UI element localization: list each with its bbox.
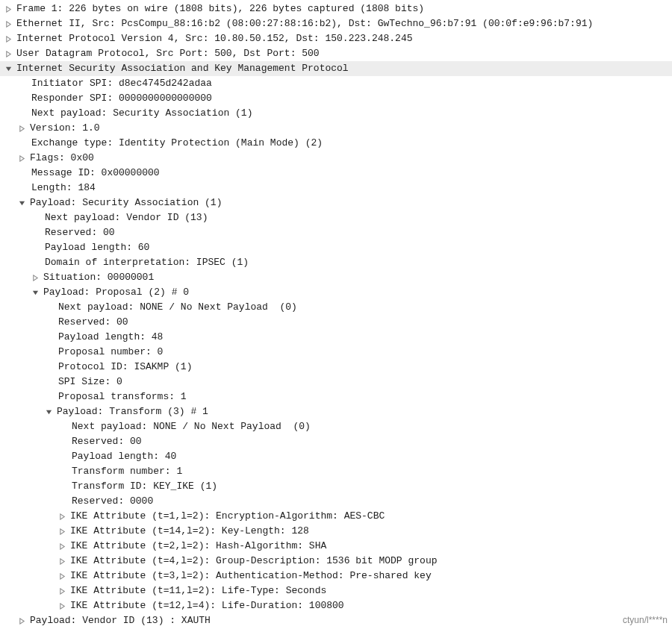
tree-row[interactable]: Flags: 0x00 <box>0 151 672 166</box>
tree-row[interactable]: IKE Attribute (t=11,l=2): Life-Type: Sec… <box>0 583 672 598</box>
tree-row[interactable]: Transform number: 1 <box>0 464 672 479</box>
tree-row[interactable]: Next payload: Security Association (1) <box>0 106 672 121</box>
chevron-down-icon[interactable] <box>16 200 27 207</box>
tree-row[interactable]: Payload length: 40 <box>0 449 672 464</box>
tree-row-label: Internet Security Association and Key Ma… <box>16 61 349 76</box>
tree-row-label: IKE Attribute (t=4,l=2): Group-Descripti… <box>70 554 437 569</box>
tree-row[interactable]: IKE Attribute (t=14,l=2): Key-Length: 12… <box>0 524 672 539</box>
chevron-right-icon[interactable] <box>3 21 13 28</box>
tree-row[interactable]: Payload: Transform (3) # 1 <box>0 404 672 419</box>
tree-row-label: IKE Attribute (t=1,l=2): Encryption-Algo… <box>70 509 385 524</box>
tree-row-label: Payload: Proposal (2) # 0 <box>43 285 189 300</box>
tree-row-label: Reserved: 00 <box>45 225 115 240</box>
tree-row-label: IKE Attribute (t=14,l=2): Key-Length: 12… <box>70 524 309 539</box>
tree-row[interactable]: Message ID: 0x00000000 <box>0 166 672 181</box>
tree-row[interactable]: Initiator SPI: d8ec4745d242adaa <box>0 76 672 91</box>
tree-row[interactable]: Payload length: 48 <box>0 330 672 345</box>
tree-row-label: Next payload: Security Association (1) <box>31 106 252 121</box>
watermark: ctyun/l****n <box>623 613 668 628</box>
tree-row[interactable]: Next payload: Vendor ID (13) <box>0 210 672 225</box>
tree-row-label: Next payload: Vendor ID (13) <box>45 210 208 225</box>
tree-row-label: Situation: 00000001 <box>43 270 154 285</box>
tree-row[interactable]: Reserved: 00 <box>0 434 672 449</box>
tree-row[interactable]: Ethernet II, Src: PcsCompu_88:16:b2 (08:… <box>0 16 672 31</box>
tree-row-label: Version: 1.0 <box>30 121 100 136</box>
tree-row-label: Payload: Vendor ID (13) : XAUTH <box>30 613 211 628</box>
tree-row-label: Reserved: 00 <box>58 315 128 330</box>
tree-row-label: Message ID: 0x00000000 <box>31 166 160 181</box>
chevron-right-icon[interactable] <box>57 588 67 595</box>
tree-row[interactable]: IKE Attribute (t=2,l=2): Hash-Algorithm:… <box>0 539 672 554</box>
tree-row-label: Internet Protocol Version 4, Src: 10.80.… <box>16 31 413 46</box>
tree-row-label: Payload: Security Association (1) <box>30 195 222 210</box>
chevron-right-icon[interactable] <box>16 125 27 132</box>
chevron-right-icon[interactable] <box>57 528 67 535</box>
tree-row[interactable]: Next payload: NONE / No Next Payload (0) <box>0 419 672 434</box>
tree-row-label: Transform ID: KEY_IKE (1) <box>72 479 217 494</box>
tree-row-label: IKE Attribute (t=11,l=2): Life-Type: Sec… <box>70 583 326 598</box>
tree-row[interactable]: IKE Attribute (t=4,l=2): Group-Descripti… <box>0 554 672 569</box>
tree-row-label: Next payload: NONE / No Next Payload (0) <box>72 419 311 434</box>
tree-row-label: Protocol ID: ISAKMP (1) <box>58 360 192 375</box>
tree-row[interactable]: Protocol ID: ISAKMP (1) <box>0 360 672 375</box>
chevron-right-icon[interactable] <box>57 573 67 580</box>
tree-row[interactable]: Reserved: 0000 <box>0 494 672 509</box>
tree-row[interactable]: Frame 1: 226 bytes on wire (1808 bits), … <box>0 1 672 16</box>
chevron-right-icon[interactable] <box>57 513 67 520</box>
chevron-down-icon[interactable] <box>43 409 54 416</box>
tree-row-label: Payload length: 40 <box>72 449 176 464</box>
tree-row-label: Length: 184 <box>31 181 96 195</box>
tree-row-label: User Datagram Protocol, Src Port: 500, D… <box>16 46 320 61</box>
tree-row-label: Proposal number: 0 <box>58 345 163 360</box>
tree-row-label: Proposal transforms: 1 <box>58 389 187 404</box>
chevron-right-icon[interactable] <box>30 275 40 281</box>
tree-row[interactable]: Transform ID: KEY_IKE (1) <box>0 479 672 494</box>
tree-row-label: IKE Attribute (t=2,l=2): Hash-Algorithm:… <box>70 539 326 554</box>
chevron-right-icon[interactable] <box>16 618 27 625</box>
tree-row-label: Ethernet II, Src: PcsCompu_88:16:b2 (08:… <box>16 16 593 31</box>
chevron-right-icon[interactable] <box>3 36 13 43</box>
tree-row[interactable]: Responder SPI: 0000000000000000 <box>0 91 672 106</box>
tree-row-label: IKE Attribute (t=12,l=4): Life-Duration:… <box>70 598 344 613</box>
tree-row[interactable]: Proposal number: 0 <box>0 345 672 360</box>
tree-row[interactable]: Payload length: 60 <box>0 240 672 255</box>
tree-row-label: Frame 1: 226 bytes on wire (1808 bits), … <box>16 1 424 16</box>
tree-row[interactable]: Version: 1.0 <box>0 121 672 136</box>
tree-row-label: Reserved: 0000 <box>72 494 153 509</box>
chevron-right-icon[interactable] <box>3 6 13 13</box>
tree-row[interactable]: SPI Size: 0 <box>0 375 672 389</box>
tree-row[interactable]: Reserved: 00 <box>0 225 672 240</box>
tree-row[interactable]: User Datagram Protocol, Src Port: 500, D… <box>0 46 672 61</box>
chevron-right-icon[interactable] <box>57 558 67 565</box>
tree-row-label: Exchange type: Identity Protection (Main… <box>31 136 323 151</box>
tree-row[interactable]: Proposal transforms: 1 <box>0 389 672 404</box>
tree-row[interactable]: Domain of interpretation: IPSEC (1) <box>0 255 672 270</box>
tree-row[interactable]: Reserved: 00 <box>0 315 672 330</box>
chevron-right-icon[interactable] <box>57 603 67 610</box>
tree-row[interactable]: Exchange type: Identity Protection (Main… <box>0 136 672 151</box>
tree-row[interactable]: Internet Security Association and Key Ma… <box>0 61 672 76</box>
tree-row[interactable]: Internet Protocol Version 4, Src: 10.80.… <box>0 31 672 46</box>
tree-row-label: Payload: Transform (3) # 1 <box>57 404 208 419</box>
chevron-right-icon[interactable] <box>16 155 27 162</box>
tree-row-label: SPI Size: 0 <box>58 375 122 389</box>
chevron-down-icon[interactable] <box>30 290 40 296</box>
tree-row[interactable]: Payload: Vendor ID (13) : XAUTH <box>0 613 672 628</box>
tree-row-label: Reserved: 00 <box>72 434 142 449</box>
tree-row-label: Initiator SPI: d8ec4745d242adaa <box>31 76 212 91</box>
packet-details-tree: Frame 1: 226 bytes on wire (1808 bits), … <box>0 1 672 628</box>
tree-row[interactable]: Situation: 00000001 <box>0 270 672 285</box>
tree-row-label: Responder SPI: 0000000000000000 <box>31 91 212 106</box>
tree-row[interactable]: IKE Attribute (t=3,l=2): Authentication-… <box>0 569 672 583</box>
tree-row-label: Payload length: 60 <box>45 240 149 255</box>
tree-row[interactable]: Length: 184 <box>0 181 672 195</box>
chevron-right-icon[interactable] <box>57 543 67 550</box>
tree-row[interactable]: Payload: Security Association (1) <box>0 195 672 210</box>
tree-row[interactable]: IKE Attribute (t=1,l=2): Encryption-Algo… <box>0 509 672 524</box>
chevron-down-icon[interactable] <box>3 66 13 72</box>
chevron-right-icon[interactable] <box>3 51 13 57</box>
tree-row-label: IKE Attribute (t=3,l=2): Authentication-… <box>70 569 432 583</box>
tree-row[interactable]: Payload: Proposal (2) # 0 <box>0 285 672 300</box>
tree-row[interactable]: Next payload: NONE / No Next Payload (0) <box>0 300 672 315</box>
tree-row[interactable]: IKE Attribute (t=12,l=4): Life-Duration:… <box>0 598 672 613</box>
